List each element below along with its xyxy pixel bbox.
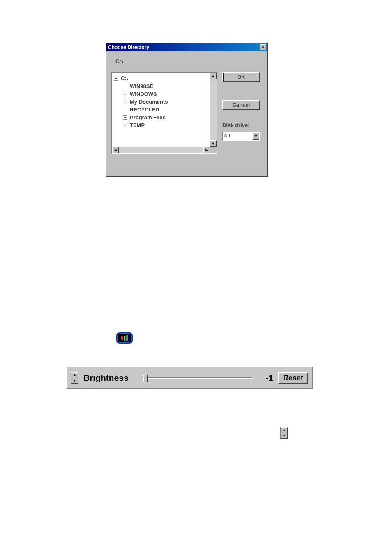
bar-icon <box>126 335 128 341</box>
scroll-right-icon[interactable]: ► <box>203 147 210 153</box>
brightness-label: Brightness <box>83 373 129 383</box>
tree-branch-icon <box>123 84 127 88</box>
dialog-body: C:\ − C:\ WIN98SE + <box>106 51 267 176</box>
expand-icon[interactable]: + <box>123 123 127 127</box>
tree-label: My Documents <box>130 98 168 106</box>
spinner-up-icon[interactable]: ▲ <box>71 372 78 378</box>
titlebar-text: Choose Directory <box>108 44 260 50</box>
tree-label: Program Files <box>130 114 166 121</box>
scroll-corner <box>210 147 217 153</box>
scroll-left-icon[interactable]: ◄ <box>112 147 119 153</box>
tree-label: RECYCLED <box>130 106 159 114</box>
choose-directory-dialog: Choose Directory × C:\ − C:\ WIN98SE <box>106 42 268 177</box>
chevron-down-icon[interactable]: ▼ <box>253 132 259 140</box>
reset-button[interactable]: Reset <box>278 372 308 384</box>
brightness-panel: ▲ ▼ Brightness -1 Reset <box>66 366 313 389</box>
tree-label: C:\ <box>121 74 128 82</box>
spinner-down-icon[interactable]: ▼ <box>281 433 288 439</box>
tree-label: WIN98SE <box>130 82 153 90</box>
tree-node[interactable]: RECYCLED <box>123 106 208 114</box>
expand-icon[interactable]: + <box>123 100 127 104</box>
slider-thumb[interactable] <box>143 375 148 382</box>
up-down-spinner[interactable]: ▲ ▼ <box>280 427 288 439</box>
bar-icon <box>124 336 125 341</box>
tree-node[interactable]: WIN98SE <box>123 82 208 90</box>
disk-drive-combobox[interactable]: c:\ ▼ <box>222 132 260 141</box>
vertical-scrollbar[interactable]: ▲ ▼ <box>210 73 217 147</box>
tree-node[interactable]: + TEMP <box>123 121 208 129</box>
bar-icon <box>121 336 123 340</box>
brightness-value: -1 <box>258 373 273 383</box>
tree-branch-icon <box>123 107 127 112</box>
slider-track <box>142 377 253 379</box>
titlebar: Choose Directory × <box>106 43 267 51</box>
tree-node[interactable]: + Program Files <box>123 114 208 121</box>
collapse-icon[interactable]: − <box>114 76 118 81</box>
disk-drive-value: c:\ <box>223 132 253 140</box>
current-path-label: C:\ <box>115 58 262 65</box>
horizontal-scrollbar[interactable]: ◄ ► <box>112 147 210 153</box>
image-properties-icon[interactable] <box>116 332 133 344</box>
expand-icon[interactable]: + <box>123 115 127 120</box>
tree-label: TEMP <box>130 121 145 129</box>
scroll-track[interactable] <box>210 79 217 140</box>
spinner-down-icon[interactable]: ▼ <box>71 378 78 384</box>
dialog-buttons-column: OK Cancel Disk drive: c:\ ▼ <box>222 72 260 154</box>
cancel-button[interactable]: Cancel <box>222 100 260 110</box>
scroll-up-icon[interactable]: ▲ <box>210 73 217 79</box>
scroll-track[interactable] <box>119 147 203 153</box>
spinner-up-icon[interactable]: ▲ <box>281 427 288 433</box>
tree-node[interactable]: + WINDOWS <box>123 90 208 98</box>
expand-icon[interactable]: + <box>123 92 127 96</box>
disk-drive-label: Disk drive: <box>222 122 260 128</box>
tree-node-root[interactable]: − C:\ <box>114 74 208 82</box>
close-icon[interactable]: × <box>260 44 266 50</box>
tree-label: WINDOWS <box>130 90 157 98</box>
brightness-slider[interactable] <box>142 374 253 382</box>
tree-node[interactable]: + My Documents <box>123 98 208 106</box>
ok-button[interactable]: OK <box>222 72 260 82</box>
brightness-spinner[interactable]: ▲ ▼ <box>71 372 78 384</box>
directory-tree[interactable]: − C:\ WIN98SE + WINDOWS + <box>111 72 217 154</box>
scroll-down-icon[interactable]: ▼ <box>210 140 217 147</box>
